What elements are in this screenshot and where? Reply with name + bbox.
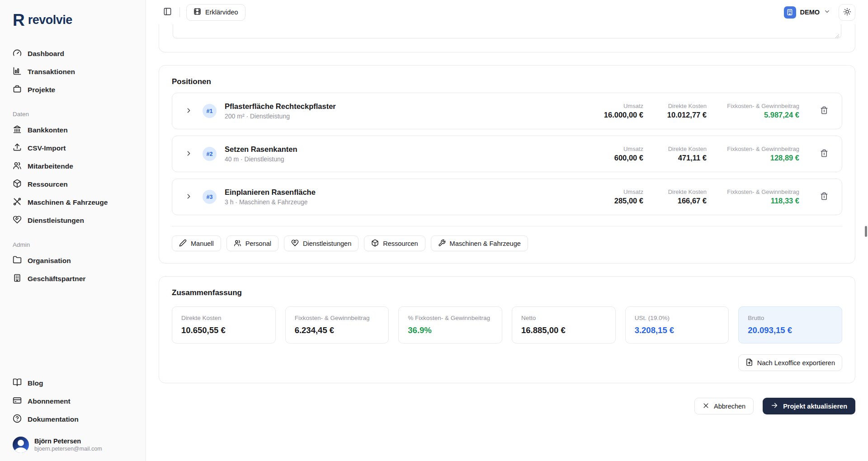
add-button-label: Ressourcen bbox=[383, 240, 418, 247]
expand-position-button[interactable] bbox=[185, 150, 193, 159]
explainer-video-button[interactable]: Erklärvideo bbox=[186, 4, 245, 21]
chevron-down-icon bbox=[824, 8, 830, 17]
sidebar-item-maschinen[interactable]: Maschinen & Fahrzeuge bbox=[13, 193, 134, 212]
positions-card: Positionen #1 Pflasterfläche Rechteckpfl… bbox=[159, 65, 855, 263]
sidebar-item-abonnement[interactable]: Abonnement bbox=[13, 392, 134, 410]
explainer-video-label: Erklärvideo bbox=[205, 9, 238, 16]
sidebar-item-blog[interactable]: Blog bbox=[13, 374, 134, 392]
chevron-right-icon bbox=[185, 150, 193, 159]
add-maschine-button[interactable]: Maschinen & Fahrzeuge bbox=[431, 235, 528, 251]
summary-tile-fixkosten-prozent: % Fixkosten- & Gewinnbeitrag 36.9% bbox=[398, 306, 502, 343]
summary-tile-label: USt. (19.0%) bbox=[635, 315, 720, 321]
position-row[interactable]: #3 Einplanieren Rasenfläche 3 h · Maschi… bbox=[172, 179, 842, 215]
delete-position-button[interactable] bbox=[818, 190, 830, 203]
film-icon bbox=[193, 8, 201, 17]
brand-logo[interactable]: R revolvie bbox=[13, 12, 134, 28]
delete-position-button[interactable] bbox=[818, 104, 830, 118]
resize-grip-icon[interactable] bbox=[835, 32, 840, 37]
fixkosten-label: Fixkosten- & Gewinnbeitrag bbox=[720, 146, 799, 152]
summary-tile-value: 3.208,15 € bbox=[635, 325, 720, 335]
lexoffice-export-button[interactable]: Nach Lexoffice exportieren bbox=[738, 354, 842, 371]
direkte-kosten-label: Direkte Kosten bbox=[657, 188, 707, 195]
file-export-icon bbox=[745, 358, 753, 367]
update-project-button[interactable]: Projekt aktualisieren bbox=[763, 398, 855, 414]
org-building-icon bbox=[784, 6, 796, 19]
avatar bbox=[13, 437, 29, 453]
add-button-label: Personal bbox=[245, 240, 271, 247]
summary-tile-label: Brutto bbox=[748, 315, 833, 321]
position-title: Einplanieren Rasenfläche bbox=[225, 188, 316, 197]
sidebar-item-label: Projekte bbox=[28, 86, 55, 94]
theme-toggle-button[interactable] bbox=[839, 4, 855, 21]
add-dienstleistung-button[interactable]: Dienstleistungen bbox=[284, 235, 359, 251]
sidebar-item-dokumentation[interactable]: Dokumentation bbox=[13, 410, 134, 428]
fixkosten-label: Fixkosten- & Gewinnbeitrag bbox=[720, 103, 799, 109]
position-number-badge: #2 bbox=[203, 147, 217, 161]
box-icon bbox=[13, 179, 22, 190]
direkte-kosten-label: Direkte Kosten bbox=[657, 146, 707, 152]
crossed-tools-icon bbox=[13, 197, 22, 208]
org-switcher[interactable]: DEMO bbox=[784, 6, 831, 19]
topbar-divider bbox=[179, 7, 180, 17]
sidebar-item-dashboard[interactable]: Dashboard bbox=[13, 45, 134, 63]
sidebar-item-dienstleistungen[interactable]: Dienstleistungen bbox=[13, 212, 134, 230]
expand-position-button[interactable] bbox=[185, 193, 193, 202]
summary-grid: Direkte Kosten 10.650,55 € Fixkosten- & … bbox=[172, 306, 842, 343]
sidebar: R revolvie Dashboard Transaktionen Proje… bbox=[0, 0, 146, 461]
fixkosten-value: 118,33 € bbox=[720, 197, 799, 205]
position-title: Pflasterfläche Rechteckpflaster bbox=[225, 102, 336, 111]
sidebar-section-admin: Admin bbox=[13, 241, 134, 248]
add-personal-button[interactable]: Personal bbox=[226, 235, 278, 251]
direkte-kosten-value: 471,11 € bbox=[657, 154, 707, 162]
add-ressource-button[interactable]: Ressourcen bbox=[364, 235, 425, 251]
sidebar-item-organisation[interactable]: Organisation bbox=[13, 252, 134, 270]
sidebar-item-geschaeftspartner[interactable]: Geschäftspartner bbox=[13, 270, 134, 288]
sidebar-item-bankkonten[interactable]: Bankkonten bbox=[13, 121, 134, 139]
scrollbar-thumb[interactable] bbox=[865, 226, 867, 237]
sidebar-item-label: Mitarbeitende bbox=[28, 162, 73, 170]
chevron-right-icon bbox=[185, 107, 193, 116]
sidebar-item-mitarbeitende[interactable]: Mitarbeitende bbox=[13, 157, 134, 175]
position-row[interactable]: #2 Setzen Rasenkanten 40 m · Dienstleist… bbox=[172, 136, 842, 172]
folder-icon bbox=[13, 255, 22, 266]
arrow-right-icon bbox=[771, 402, 778, 410]
sidebar-item-transaktionen[interactable]: Transaktionen bbox=[13, 63, 134, 81]
expand-position-button[interactable] bbox=[185, 107, 193, 116]
lexoffice-export-label: Nach Lexoffice exportieren bbox=[757, 359, 835, 367]
description-textarea[interactable] bbox=[173, 24, 841, 38]
sidebar-item-csv-import[interactable]: CSV-Import bbox=[13, 139, 134, 157]
position-row[interactable]: #1 Pflasterfläche Rechteckpflaster 200 m… bbox=[172, 93, 842, 129]
sidebar-item-label: Transaktionen bbox=[28, 68, 75, 76]
summary-tile-value: 10.650,55 € bbox=[181, 325, 266, 335]
sidebar-item-label: CSV-Import bbox=[28, 144, 66, 152]
fixkosten-value: 128,89 € bbox=[720, 154, 799, 162]
trash-icon bbox=[820, 192, 828, 202]
summary-tile-label: Fixkosten- & Gewinnbeitrag bbox=[295, 315, 380, 321]
umsatz-label: Umsatz bbox=[600, 103, 643, 109]
direkte-kosten-value: 166,67 € bbox=[657, 197, 707, 205]
sidebar-item-label: Organisation bbox=[28, 257, 71, 265]
scrolled-form-card bbox=[159, 24, 855, 52]
trash-icon bbox=[820, 149, 828, 159]
revolvie-logo-icon: R bbox=[13, 12, 24, 28]
cancel-label: Abbrechen bbox=[714, 403, 745, 410]
umsatz-label: Umsatz bbox=[600, 146, 643, 152]
position-number-badge: #1 bbox=[203, 104, 217, 118]
summary-tile-fixkosten: Fixkosten- & Gewinnbeitrag 6.234,45 € bbox=[285, 306, 389, 343]
add-manual-button[interactable]: Manuell bbox=[172, 235, 221, 251]
summary-tile-label: Netto bbox=[521, 315, 606, 321]
sidebar-item-label: Dienstleistungen bbox=[28, 216, 84, 225]
cancel-button[interactable]: Abbrechen bbox=[694, 398, 754, 414]
sidebar-item-label: Geschäftspartner bbox=[28, 275, 85, 283]
delete-position-button[interactable] bbox=[818, 147, 830, 160]
x-icon bbox=[703, 402, 709, 410]
bar-chart-icon bbox=[13, 66, 22, 77]
bank-icon bbox=[13, 125, 22, 136]
user-menu[interactable]: Björn Petersen bjoern.petersen@mail.com bbox=[13, 437, 134, 453]
summary-tile-label: Direkte Kosten bbox=[181, 315, 266, 321]
sidebar-toggle-button[interactable] bbox=[159, 4, 176, 21]
add-button-label: Maschinen & Fahrzeuge bbox=[450, 240, 521, 247]
sidebar-item-projekte[interactable]: Projekte bbox=[13, 81, 134, 99]
sidebar-item-ressourcen[interactable]: Ressourcen bbox=[13, 175, 134, 193]
page-content: Positionen #1 Pflasterfläche Rechteckpfl… bbox=[146, 24, 868, 461]
